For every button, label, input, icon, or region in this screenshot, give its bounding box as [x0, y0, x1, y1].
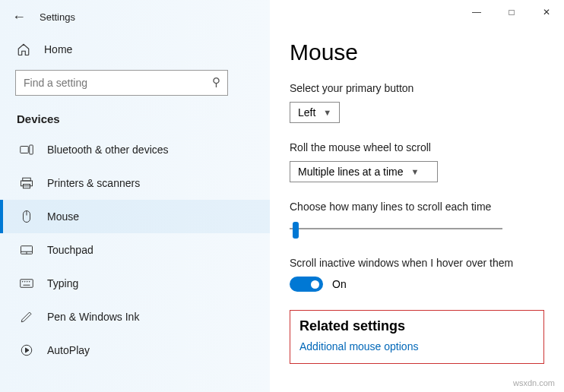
content-pane: — □ ✕ Mouse Select your primary button L…	[270, 0, 564, 392]
nav-label: Touchpad	[47, 244, 93, 256]
section-header: Devices	[0, 103, 270, 133]
primary-button-value: Left	[298, 106, 315, 119]
home-label: Home	[44, 43, 72, 55]
nav-label: Pen & Windows Ink	[47, 311, 139, 323]
nav-typing[interactable]: Typing	[0, 267, 270, 300]
minimize-button[interactable]: —	[459, 0, 494, 24]
keyboard-icon	[20, 277, 33, 290]
titlebar: ← Settings	[0, 0, 270, 33]
chevron-down-icon: ▼	[323, 108, 331, 117]
nav-label: Mouse	[47, 210, 79, 223]
primary-button-select[interactable]: Left ▼	[290, 102, 340, 123]
related-title: Related settings	[299, 318, 534, 334]
toggle-state: On	[332, 278, 347, 290]
lines-label: Choose how many lines to scroll each tim…	[290, 201, 544, 213]
touchpad-icon	[20, 243, 33, 257]
svg-rect-1	[30, 145, 33, 154]
app-title: Settings	[40, 11, 75, 23]
svg-marker-17	[26, 348, 30, 352]
home-icon	[17, 43, 30, 56]
scroll-wheel-label: Roll the mouse wheel to scroll	[290, 141, 544, 153]
primary-button-label: Select your primary button	[290, 82, 544, 94]
search-icon: ⚲	[212, 75, 220, 89]
scroll-wheel-select[interactable]: Multiple lines at a time ▼	[290, 161, 438, 182]
nav-list: Bluetooth & other devices Printers & sca…	[0, 133, 270, 367]
devices-icon	[20, 143, 33, 156]
back-button[interactable]: ←	[12, 9, 26, 25]
nav-touchpad[interactable]: Touchpad	[0, 233, 270, 267]
inactive-label: Scroll inactive windows when I hover ove…	[290, 257, 544, 269]
related-settings-box: Related settings Additional mouse option…	[290, 310, 544, 364]
nav-label: Bluetooth & other devices	[47, 144, 169, 156]
printer-icon	[20, 176, 33, 190]
nav-label: Typing	[47, 277, 78, 289]
nav-autoplay[interactable]: AutoPlay	[0, 334, 270, 367]
toggle-knob	[311, 280, 319, 289]
lines-slider[interactable]	[290, 220, 502, 239]
slider-track	[290, 228, 502, 229]
scroll-wheel-value: Multiple lines at a time	[298, 166, 404, 178]
additional-mouse-options-link[interactable]: Additional mouse options	[299, 340, 534, 352]
close-button[interactable]: ✕	[529, 0, 564, 24]
svg-rect-0	[21, 147, 29, 153]
svg-point-14	[29, 281, 30, 282]
scroll-wheel-setting: Roll the mouse wheel to scroll Multiple …	[290, 141, 544, 182]
slider-thumb[interactable]	[293, 222, 299, 239]
maximize-button[interactable]: □	[494, 0, 529, 24]
nav-pen[interactable]: Pen & Windows Ink	[0, 300, 270, 334]
primary-button-setting: Select your primary button Left ▼	[290, 82, 544, 123]
nav-label: AutoPlay	[47, 344, 90, 356]
nav-bluetooth[interactable]: Bluetooth & other devices	[0, 133, 270, 166]
chevron-down-icon: ▼	[411, 167, 420, 176]
svg-rect-3	[21, 181, 33, 186]
nav-printers[interactable]: Printers & scanners	[0, 166, 270, 200]
pen-icon	[20, 310, 33, 324]
mouse-icon	[20, 210, 33, 223]
svg-point-12	[24, 281, 25, 282]
watermark: wsxdn.com	[513, 378, 555, 387]
inactive-setting: Scroll inactive windows when I hover ove…	[290, 257, 544, 292]
svg-point-11	[22, 281, 23, 282]
inactive-toggle[interactable]	[290, 277, 323, 292]
svg-rect-2	[23, 178, 31, 181]
nav-label: Printers & scanners	[47, 177, 140, 189]
sidebar: ← Settings Home ⚲ Devices Bluetooth & ot…	[0, 0, 270, 392]
search-wrap: ⚲	[0, 65, 270, 103]
svg-rect-10	[21, 280, 33, 288]
nav-mouse[interactable]: Mouse	[0, 200, 270, 233]
lines-setting: Choose how many lines to scroll each tim…	[290, 201, 544, 239]
search-input[interactable]	[15, 70, 228, 96]
autoplay-icon	[20, 343, 33, 357]
svg-point-13	[27, 281, 27, 282]
window-controls: — □ ✕	[459, 0, 564, 24]
home-nav[interactable]: Home	[0, 33, 270, 65]
page-title: Mouse	[290, 40, 544, 65]
